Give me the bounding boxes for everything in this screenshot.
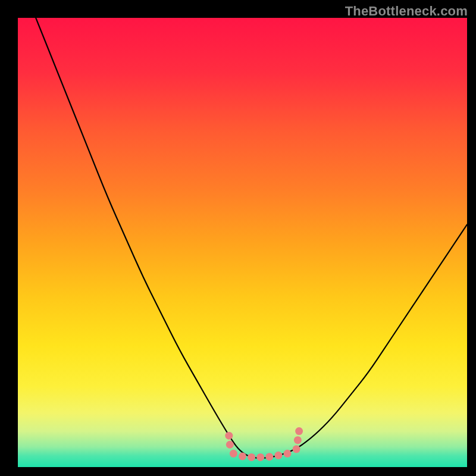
data-marker: [295, 427, 303, 435]
data-marker: [226, 441, 234, 449]
data-marker: [248, 453, 255, 461]
data-marker: [256, 453, 264, 461]
data-marker: [274, 452, 282, 459]
data-marker: [265, 453, 273, 461]
plot-area: [18, 18, 467, 467]
chart-svg: [18, 18, 467, 467]
data-marker: [294, 436, 302, 444]
watermark-text: TheBottleneck.com: [345, 4, 468, 19]
chart-frame: TheBottleneck.com: [0, 0, 476, 476]
gradient-background: [18, 18, 467, 467]
data-marker: [230, 450, 237, 458]
data-marker: [293, 445, 300, 453]
data-marker: [284, 450, 292, 458]
data-marker: [225, 432, 233, 440]
data-marker: [239, 452, 246, 460]
